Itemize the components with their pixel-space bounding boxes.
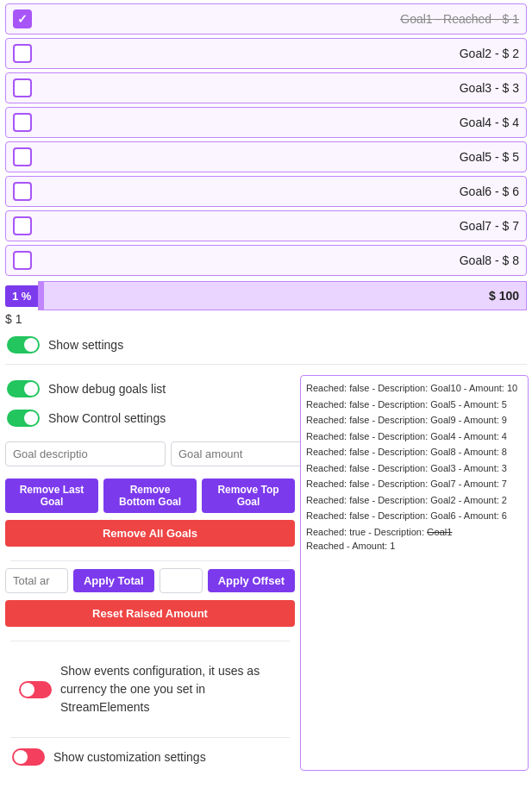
progress-fill <box>39 282 44 310</box>
goal-item-5[interactable]: Goal5 - $ 5 <box>5 141 527 172</box>
goal-label-4: Goal4 - $ 4 <box>39 116 519 129</box>
debug-item-9: Reached: true - Description: Goal1Reache… <box>306 525 523 554</box>
goal-checkbox-4[interactable] <box>13 113 32 132</box>
events-toggle-row: Show events configuration, it uses as cu… <box>19 659 281 720</box>
goal-label-8: Goal8 - $ 8 <box>39 253 519 267</box>
show-settings-label: Show settings <box>48 338 123 352</box>
divider-2 <box>10 560 290 561</box>
goal-label-2: Goal2 - $ 2 <box>39 47 519 60</box>
goal-item-8[interactable]: Goal8 - $ 8 <box>5 245 527 276</box>
progress-bar: $ 100 <box>38 281 527 310</box>
goal-checkbox-5[interactable] <box>13 147 32 166</box>
customization-row: Show customization settings <box>12 745 288 769</box>
show-settings-toggle[interactable] <box>7 336 40 353</box>
debug-item-7: Reached: false - Description: Goal2 - Am… <box>306 493 523 508</box>
remove-bottom-button[interactable]: Remove Bottom Goal <box>103 479 197 513</box>
goal-checkbox-8[interactable] <box>13 251 32 270</box>
goal-item-6[interactable]: Goal6 - $ 6 <box>5 176 527 207</box>
show-control-label: Show Control settings <box>48 411 166 425</box>
customization-label: Show customization settings <box>53 750 206 764</box>
goal-item-7[interactable]: Goal7 - $ 7 <box>5 210 527 241</box>
show-control-toggle[interactable] <box>7 410 40 427</box>
show-settings-row: Show settings <box>7 333 525 357</box>
debug-item-1: Reached: false - Description: Goal5 - Am… <box>306 397 523 412</box>
apply-total-button[interactable]: Apply Total <box>73 569 154 592</box>
debug-item-6: Reached: false - Description: Goal7 - Am… <box>306 477 523 491</box>
remove-last-button[interactable]: Remove Last Goal <box>5 479 98 513</box>
goal-label-7: Goal7 - $ 7 <box>39 219 519 233</box>
goal-label-1: Goal1 - Reached - $ 1 <box>39 12 519 26</box>
total-input[interactable] <box>5 568 68 593</box>
apply-row: Apply Total 1 Apply Offset <box>5 568 295 593</box>
progress-percent: 1 % <box>5 285 38 307</box>
remove-all-button[interactable]: Remove All Goals <box>5 520 295 547</box>
goal-item-1[interactable]: Goal1 - Reached - $ 1 <box>5 3 527 34</box>
divider-4 <box>10 737 290 738</box>
goal-desc-input[interactable] <box>5 441 166 466</box>
debug-panel[interactable]: Reached: false - Description: Goal10 - A… <box>300 375 529 771</box>
goal-checkbox-1[interactable] <box>13 9 32 28</box>
show-control-row: Show Control settings <box>7 406 293 430</box>
progress-section: 1 % $ 100 <box>5 281 527 310</box>
goal-checkbox-7[interactable] <box>13 216 32 235</box>
goal-label-3: Goal3 - $ 3 <box>39 81 519 95</box>
goal-item-4[interactable]: Goal4 - $ 4 <box>5 107 527 138</box>
main-layout: Show debug goals list Show Control setti… <box>0 372 532 774</box>
remove-top-button[interactable]: Remove Top Goal <box>202 479 295 513</box>
raised-display: $ 1 <box>5 312 527 326</box>
goal-checkbox-3[interactable] <box>13 78 32 97</box>
progress-amount: $ 100 <box>489 289 519 303</box>
events-section: Show events configuration, it uses as cu… <box>5 648 295 730</box>
goal-label-6: Goal6 - $ 6 <box>39 185 519 198</box>
debug-item-0: Reached: false - Description: Goal10 - A… <box>306 381 523 396</box>
left-panel: Show debug goals list Show Control setti… <box>0 372 300 774</box>
debug-item-8: Reached: false - Description: Goal6 - Am… <box>306 509 523 523</box>
goal-item-2[interactable]: Goal2 - $ 2 <box>5 38 527 69</box>
apply-offset-button[interactable]: Apply Offset <box>208 569 295 592</box>
goal-checkbox-2[interactable] <box>13 44 32 63</box>
goal-input-row: Add Goal <box>5 435 295 472</box>
divider-3 <box>10 641 290 641</box>
goal-checkbox-6[interactable] <box>13 182 32 201</box>
customization-toggle[interactable] <box>12 748 45 766</box>
show-debug-row: Show debug goals list <box>7 377 293 401</box>
debug-item-5: Reached: false - Description: Goal3 - Am… <box>306 461 523 476</box>
reset-raised-button[interactable]: Reset Raised Amount <box>5 600 295 627</box>
goal-label-5: Goal5 - $ 5 <box>39 150 519 164</box>
debug-item-4: Reached: false - Description: Goal8 - Am… <box>306 445 523 460</box>
show-debug-label: Show debug goals list <box>48 382 166 396</box>
events-label: Show events configuration, it uses as cu… <box>60 662 281 716</box>
offset-input[interactable]: 1 <box>160 568 203 593</box>
goals-list: Goal1 - Reached - $ 1Goal2 - $ 2Goal3 - … <box>0 3 532 276</box>
debug-item-2: Reached: false - Description: Goal9 - Am… <box>306 413 523 428</box>
debug-item-3: Reached: false - Description: Goal4 - Am… <box>306 429 523 444</box>
goal-item-3[interactable]: Goal3 - $ 3 <box>5 72 527 103</box>
events-toggle[interactable] <box>19 681 52 698</box>
divider-1 <box>5 364 527 365</box>
show-debug-toggle[interactable] <box>7 380 40 397</box>
remove-buttons-row: Remove Last Goal Remove Bottom Goal Remo… <box>5 479 295 513</box>
controls-section: Add Goal Remove Last Goal Remove Bottom … <box>0 435 300 769</box>
